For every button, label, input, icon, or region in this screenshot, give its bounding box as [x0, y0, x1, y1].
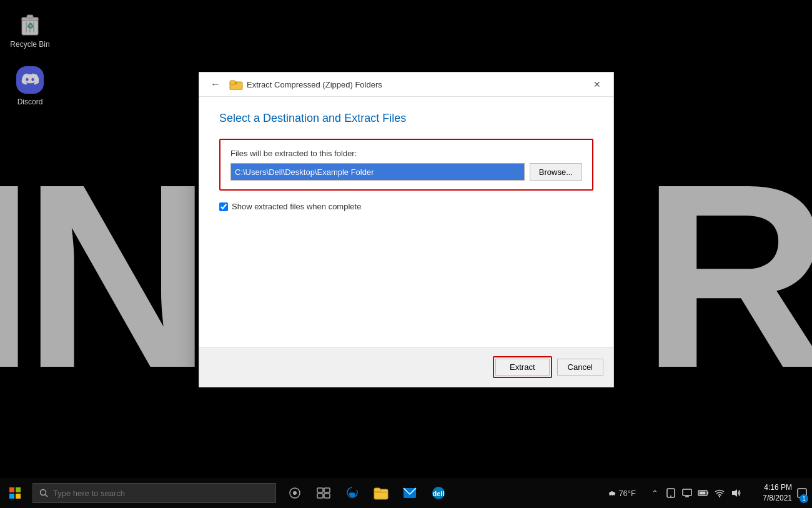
extract-path-input[interactable]: C:\Users\Dell\Desktop\Example Folder [230, 163, 525, 181]
notification-center-button[interactable]: 1 [795, 479, 810, 507]
svg-point-34 [670, 496, 671, 497]
taskbar-clock[interactable]: 4:16 PM 7/8/2021 [750, 482, 792, 504]
weather-icon: 🌧 [608, 489, 616, 498]
volume-icon [731, 489, 741, 497]
tray-screen[interactable] [680, 486, 695, 501]
edge-icon [345, 486, 359, 500]
svg-rect-28 [374, 488, 380, 492]
taskbar-dell-button[interactable]: dell [425, 479, 452, 507]
task-view-button[interactable] [310, 479, 337, 507]
svg-rect-18 [16, 494, 21, 499]
dialog-footer: Extract Cancel [199, 347, 613, 387]
extract-button[interactable]: Extract [495, 359, 549, 376]
svg-rect-23 [317, 488, 323, 492]
tray-battery[interactable] [696, 486, 711, 501]
weather-temp: 76°F [618, 489, 636, 498]
back-button[interactable]: ← [207, 77, 224, 91]
taskbar-file-explorer-button[interactable] [367, 479, 395, 507]
clock-time: 4:16 PM [764, 482, 792, 493]
taskbar-pinned-icons: dell [281, 479, 452, 507]
svg-rect-39 [700, 492, 706, 495]
extraction-destination-box: Files will be extracted to this folder: … [219, 139, 593, 191]
show-files-checkbox[interactable] [219, 202, 228, 211]
svg-point-22 [293, 491, 297, 495]
start-button[interactable] [0, 478, 30, 508]
taskbar: dell 🌧 76°F ⌃ [0, 478, 812, 508]
svg-text:dell: dell [433, 490, 445, 497]
svg-rect-17 [9, 494, 14, 499]
taskbar-right: 🌧 76°F ⌃ [603, 478, 812, 508]
svg-rect-40 [707, 492, 708, 494]
tray-volume[interactable] [728, 486, 743, 501]
svg-rect-25 [317, 494, 323, 498]
clock-date: 7/8/2021 [763, 493, 792, 504]
show-files-checkbox-row: Show extracted files when complete [219, 202, 593, 211]
battery-icon [698, 489, 709, 497]
dialog-section-title: Select a Destination and Extract Files [219, 112, 593, 125]
svg-rect-29 [375, 492, 387, 493]
extract-input-row: C:\Users\Dell\Desktop\Example Folder Bro… [230, 163, 582, 181]
svg-point-19 [41, 490, 46, 496]
notification-badge: 1 [800, 494, 808, 503]
tray-chevron[interactable]: ⌃ [647, 486, 662, 501]
search-input[interactable] [53, 489, 269, 498]
search-icon [39, 489, 48, 497]
cortana-icon [289, 487, 301, 499]
tray-tablet-mode[interactable] [663, 486, 678, 501]
taskbar-search-button[interactable] [281, 479, 309, 507]
extract-folder-label: Files will be extracted to this folder: [230, 149, 582, 158]
dialog-title-text: Extract Compressed (Zipped) Folders [247, 80, 588, 89]
dialog-titlebar: ← Extract Compressed (Zipped) Folders ✕ [199, 72, 613, 97]
tray-wifi[interactable] [712, 486, 727, 501]
svg-rect-14 [235, 82, 237, 83]
svg-rect-12 [230, 81, 235, 84]
weather-widget[interactable]: 🌧 76°F [603, 489, 641, 498]
mail-icon [403, 487, 417, 499]
svg-rect-15 [9, 487, 14, 492]
wifi-icon [715, 489, 725, 497]
taskbar-mail-button[interactable] [396, 479, 423, 507]
screen-icon [682, 489, 692, 497]
desktop: IN R ♻ Recycle Bin [0, 0, 812, 508]
cancel-button[interactable]: Cancel [557, 359, 603, 376]
svg-rect-16 [16, 487, 21, 492]
show-files-label: Show extracted files when complete [232, 202, 361, 211]
svg-rect-26 [324, 494, 330, 498]
svg-rect-35 [683, 489, 691, 496]
dialog-content: Select a Destination and Extract Files F… [199, 97, 613, 322]
svg-line-20 [46, 495, 48, 497]
svg-point-41 [719, 496, 720, 497]
dialog-close-button[interactable]: ✕ [588, 79, 606, 90]
dialog-folder-icon [229, 79, 243, 90]
windows-logo-icon [9, 487, 21, 499]
task-view-icon [317, 487, 330, 499]
dell-icon: dell [431, 486, 446, 501]
browse-button[interactable]: Browse... [530, 163, 582, 181]
file-explorer-icon [374, 486, 389, 500]
taskbar-edge-button[interactable] [339, 479, 366, 507]
tablet-mode-icon [666, 488, 676, 498]
extract-dialog: ← Extract Compressed (Zipped) Folders ✕ … [199, 72, 614, 387]
svg-marker-42 [732, 489, 737, 497]
taskbar-search-bar[interactable] [32, 483, 276, 503]
extract-button-wrapper: Extract [493, 356, 552, 378]
svg-rect-24 [324, 488, 330, 492]
system-tray: ⌃ [643, 486, 747, 501]
